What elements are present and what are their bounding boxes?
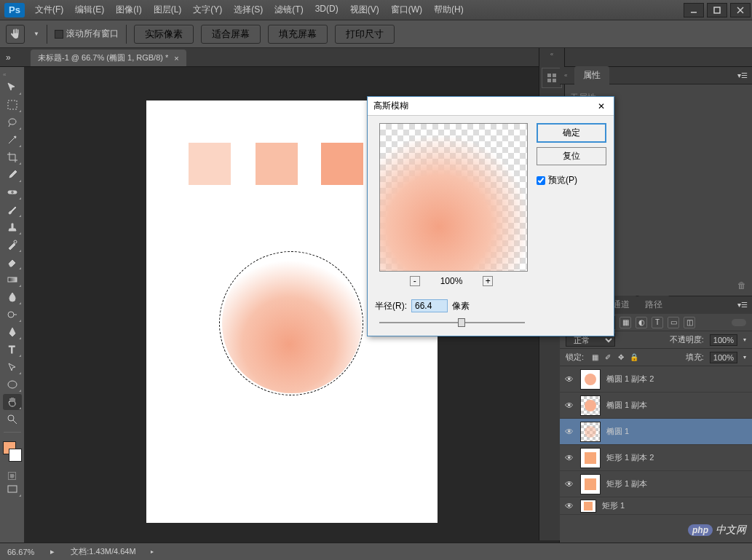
filter-smart-icon[interactable]: ◫ — [684, 317, 695, 328]
visibility-toggle[interactable]: 👁 — [564, 374, 574, 384]
menu-layer[interactable]: 图层(L) — [148, 1, 188, 19]
filter-type-icon[interactable]: T — [652, 317, 663, 328]
layer-row[interactable]: 👁 矩形 1 — [560, 497, 752, 515]
radius-slider[interactable] — [379, 317, 525, 328]
eraser-tool[interactable] — [3, 254, 22, 270]
background-color-swatch[interactable] — [9, 449, 22, 462]
menu-type[interactable]: 文字(Y) — [187, 1, 228, 19]
visibility-toggle[interactable]: 👁 — [564, 501, 574, 511]
menu-image[interactable]: 图像(I) — [110, 1, 147, 19]
lock-all-icon[interactable]: 🔒 — [629, 352, 639, 363]
quick-mask-toggle[interactable] — [8, 472, 16, 480]
zoom-tool[interactable] — [3, 411, 22, 427]
move-tool[interactable] — [3, 79, 22, 95]
document-tab[interactable]: 未标题-1 @ 66.7% (椭圆 1, RGB/8) * × — [31, 50, 186, 66]
menu-select[interactable]: 选择(S) — [228, 1, 269, 19]
document-tab-title: 未标题-1 @ 66.7% (椭圆 1, RGB/8) * — [38, 52, 168, 63]
zoom-in-button[interactable]: + — [483, 276, 493, 286]
menu-window[interactable]: 窗口(W) — [385, 1, 428, 19]
menu-help[interactable]: 帮助(H) — [428, 1, 470, 19]
minimize-button[interactable] — [684, 3, 704, 17]
lock-position-icon[interactable]: ✥ — [616, 352, 626, 363]
opacity-input[interactable]: 100% — [710, 334, 737, 346]
filter-toggle[interactable] — [732, 319, 746, 326]
trash-icon[interactable]: 🗑 — [737, 280, 746, 291]
clone-stamp-tool[interactable] — [3, 219, 22, 235]
expand-dock-icon[interactable]: » — [6, 52, 11, 63]
layer-row[interactable]: 👁 矩形 1 副本 2 — [560, 445, 752, 471]
svg-rect-15 — [547, 74, 551, 77]
radius-unit-label: 像素 — [452, 300, 470, 312]
visibility-toggle[interactable]: 👁 — [564, 401, 574, 411]
layer-thumbnail[interactable] — [580, 369, 601, 390]
menu-file[interactable]: 文件(F) — [29, 1, 69, 19]
panel-menu-icon[interactable]: ▾☰ — [737, 71, 748, 79]
filter-adjust-icon[interactable]: ◐ — [636, 317, 647, 328]
menu-edit[interactable]: 编辑(E) — [69, 1, 110, 19]
lock-pixels-icon[interactable]: ✐ — [603, 352, 613, 363]
filter-pixel-icon[interactable]: ▦ — [620, 317, 631, 328]
reset-button[interactable]: 复位 — [537, 147, 606, 165]
scroll-all-windows-checkbox[interactable]: 滚动所有窗口 — [55, 28, 119, 40]
visibility-toggle[interactable]: 👁 — [564, 479, 574, 489]
zoom-level-label[interactable]: 66.67% — [7, 548, 34, 556]
close-icon[interactable]: × — [174, 54, 178, 63]
preview-checkbox[interactable]: 预览(P) — [537, 174, 606, 186]
print-size-button[interactable]: 打印尺寸 — [335, 25, 395, 44]
filter-shape-icon[interactable]: ▭ — [668, 317, 679, 328]
type-tool[interactable]: T — [3, 342, 22, 358]
marquee-tool[interactable] — [3, 97, 22, 113]
healing-brush-tool[interactable] — [3, 184, 22, 200]
canvas-rect-3 — [321, 143, 363, 185]
fill-input[interactable]: 100% — [710, 352, 737, 363]
screen-mode-button[interactable] — [3, 481, 22, 497]
layer-row[interactable]: 👁 椭圆 1 副本 — [560, 393, 752, 419]
dodge-tool[interactable] — [3, 307, 22, 323]
visibility-toggle[interactable]: 👁 — [564, 453, 574, 463]
fill-screen-button[interactable]: 填充屏幕 — [268, 25, 328, 44]
collapse-icon[interactable]: « — [3, 71, 6, 78]
gradient-tool[interactable] — [3, 272, 22, 288]
layer-thumbnail[interactable] — [580, 448, 601, 468]
shape-tool[interactable] — [3, 376, 22, 393]
preview-box[interactable] — [379, 123, 528, 272]
radius-input[interactable] — [411, 299, 448, 312]
tab-paths[interactable]: 路径 — [638, 296, 670, 314]
lasso-tool[interactable] — [3, 114, 22, 130]
close-icon[interactable]: ✕ — [595, 100, 608, 113]
layer-row[interactable]: 👁 椭圆 1 — [560, 419, 752, 445]
maximize-button[interactable] — [707, 3, 727, 17]
layer-row[interactable]: 👁 矩形 1 副本 — [560, 471, 752, 497]
crop-tool[interactable] — [3, 149, 22, 165]
properties-tab[interactable]: 属性 — [574, 66, 609, 84]
zoom-out-button[interactable]: - — [410, 276, 420, 286]
magic-wand-tool[interactable] — [3, 132, 22, 148]
layer-thumbnail[interactable] — [580, 422, 601, 442]
path-selection-tool[interactable] — [3, 359, 22, 375]
eyedropper-tool[interactable] — [3, 167, 22, 183]
menu-filter[interactable]: 滤镜(T) — [269, 1, 309, 19]
menu-3d[interactable]: 3D(D) — [309, 1, 344, 19]
pen-tool[interactable] — [3, 324, 22, 340]
panel-menu-icon[interactable]: ▾☰ — [737, 301, 748, 309]
visibility-toggle[interactable]: 👁 — [564, 427, 574, 437]
layer-thumbnail[interactable] — [580, 500, 596, 513]
history-brush-tool[interactable] — [3, 237, 22, 253]
actual-pixels-button[interactable]: 实际像素 — [134, 25, 194, 44]
hand-tool-icon[interactable] — [6, 25, 25, 44]
layer-row[interactable]: 👁 椭圆 1 副本 2 — [560, 366, 752, 393]
svg-point-10 — [8, 312, 14, 318]
fit-screen-button[interactable]: 适合屏幕 — [201, 25, 261, 44]
doc-size-label[interactable]: 文档:1.43M/4.64M — [71, 546, 135, 557]
lock-transparency-icon[interactable]: ▦ — [590, 352, 600, 363]
menu-view[interactable]: 视图(V) — [344, 1, 385, 19]
layer-thumbnail[interactable] — [580, 395, 601, 416]
hand-tool[interactable] — [3, 394, 22, 410]
dock-history-icon[interactable] — [542, 68, 562, 88]
layer-thumbnail[interactable] — [580, 474, 601, 494]
brush-tool[interactable] — [3, 202, 22, 218]
blur-tool[interactable] — [3, 289, 22, 305]
chevron-down-icon[interactable]: ▼ — [33, 31, 39, 37]
ok-button[interactable]: 确定 — [537, 123, 606, 143]
close-button[interactable] — [730, 3, 751, 17]
